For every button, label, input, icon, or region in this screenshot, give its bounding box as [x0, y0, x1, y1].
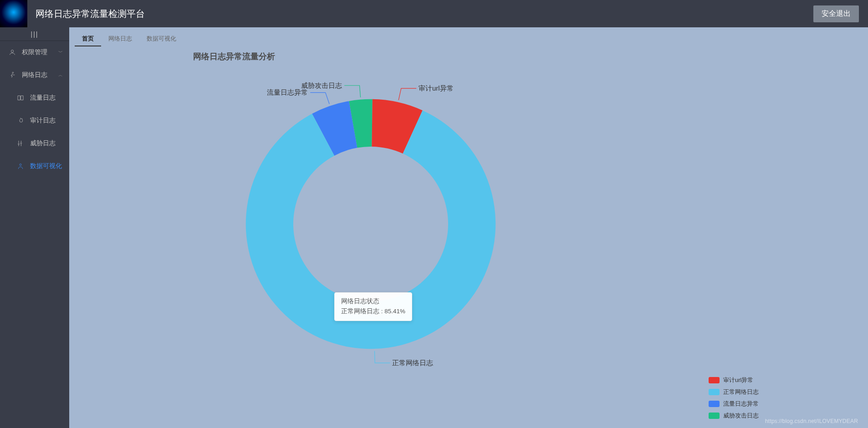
- content-area: 首页 网络日志 数据可视化 网络日志异常流量分析 流量日志异常威胁攻击日志审计u…: [69, 27, 868, 428]
- leader-line: [374, 351, 390, 363]
- chevron-up-icon: ︿: [58, 72, 63, 78]
- legend-item[interactable]: 审计url异常: [709, 374, 759, 386]
- slice-label: 流量日志异常: [267, 89, 308, 96]
- tab-dataviz[interactable]: 数据可视化: [139, 32, 184, 46]
- watermark: https://blog.csdn.net/ILOVEMYDEAR: [765, 418, 858, 424]
- legend-label: 威胁攻击日志: [723, 412, 759, 420]
- legend-swatch: [709, 413, 720, 419]
- legend-item[interactable]: 正常网络日志: [709, 386, 759, 398]
- legend-swatch: [709, 389, 720, 395]
- tools-icon: [16, 140, 25, 147]
- legend-swatch: [709, 401, 720, 407]
- sidebar: ||| 权限管理 ﹀ 网络日志 ︿ 流量日志: [0, 27, 69, 428]
- slice-label: 威胁攻击日志: [301, 82, 342, 89]
- sidebar-item-data-viz[interactable]: 数据可视化: [0, 155, 69, 178]
- sidebar-item-label: 数据可视化: [30, 162, 62, 170]
- svg-point-1: [12, 72, 14, 73]
- slice-label: 审计url异常: [419, 85, 454, 92]
- leader-line: [310, 92, 329, 104]
- sidebar-item-threat-log[interactable]: 威胁日志: [0, 132, 69, 155]
- sidebar-item-permissions[interactable]: 权限管理 ﹀: [0, 41, 69, 64]
- svg-point-0: [11, 50, 13, 52]
- svg-point-2: [18, 143, 20, 145]
- book-icon: [16, 94, 25, 102]
- tooltip-value: 正常网络日志 : 85.41%: [341, 306, 405, 316]
- legend-item[interactable]: 威胁攻击日志: [709, 410, 759, 422]
- legend-label: 流量日志异常: [723, 400, 759, 408]
- legend-label: 正常网络日志: [723, 388, 759, 396]
- app-title: 网络日志异常流量检测平台: [36, 8, 145, 20]
- sidebar-item-label: 审计日志: [30, 117, 56, 125]
- legend-swatch: [709, 377, 720, 383]
- tab-bar: 首页 网络日志 数据可视化: [75, 32, 863, 46]
- person-icon: [16, 163, 25, 170]
- leader-line: [344, 86, 360, 97]
- chart-tooltip: 网络日志状态 正常网络日志 : 85.41%: [334, 292, 412, 321]
- chart-title: 网络日志异常流量分析: [193, 51, 863, 62]
- sidebar-item-audit-log[interactable]: 审计日志: [0, 109, 69, 132]
- legend-label: 审计url异常: [723, 376, 753, 384]
- svg-point-4: [20, 164, 21, 166]
- tooltip-title: 网络日志状态: [341, 296, 405, 306]
- sidebar-item-traffic-log[interactable]: 流量日志: [0, 87, 69, 109]
- sidebar-item-label: 权限管理: [22, 48, 47, 56]
- running-icon: [8, 71, 16, 79]
- user-icon: [8, 49, 16, 56]
- slice-label: 正常网络日志: [392, 359, 433, 367]
- donut-chart[interactable]: 流量日志异常威胁攻击日志审计url异常正常网络日志: [230, 83, 512, 365]
- tab-netlog[interactable]: 网络日志: [101, 32, 139, 46]
- legend-item[interactable]: 流量日志异常: [709, 398, 759, 410]
- sidebar-item-label: 威胁日志: [30, 139, 56, 148]
- chart-panel: 网络日志异常流量分析 流量日志异常威胁攻击日志审计url异常正常网络日志 网络日…: [75, 51, 863, 426]
- app-logo: [0, 0, 27, 27]
- sidebar-item-label: 流量日志: [30, 94, 56, 102]
- sidebar-item-label: 网络日志: [22, 71, 47, 79]
- leader-line: [398, 88, 416, 100]
- svg-point-3: [20, 143, 22, 144]
- chevron-down-icon: ﹀: [58, 49, 63, 56]
- app-header: 网络日志异常流量检测平台 安全退出: [0, 0, 868, 27]
- tab-home[interactable]: 首页: [75, 32, 101, 46]
- chart-legend: 审计url异常正常网络日志流量日志异常威胁攻击日志: [709, 374, 759, 422]
- sidebar-item-netlog[interactable]: 网络日志 ︿: [0, 64, 69, 87]
- sidebar-collapse-toggle[interactable]: |||: [0, 27, 69, 41]
- flame-icon: [16, 117, 25, 124]
- logout-button[interactable]: 安全退出: [813, 5, 859, 22]
